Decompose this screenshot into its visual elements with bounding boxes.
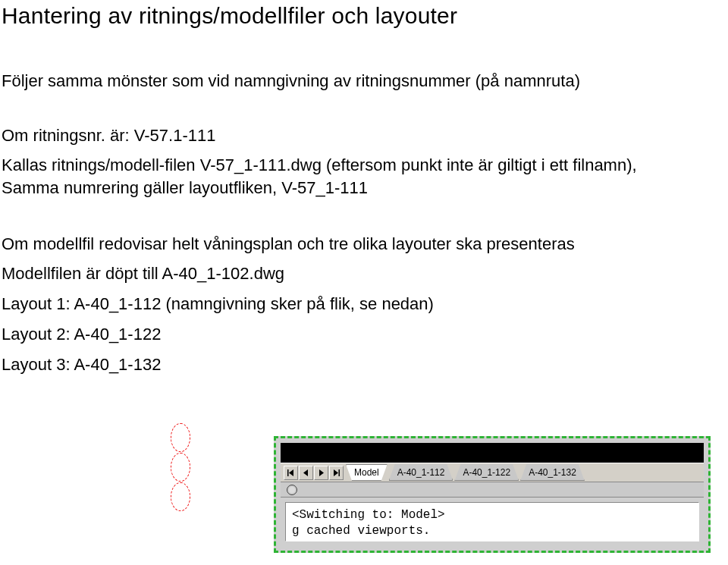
highlight-ellipse: [171, 423, 190, 452]
paragraph-layout1: Layout 1: A-40_1-112 (namngivning sker p…: [2, 293, 728, 315]
tab-nav-next[interactable]: [314, 466, 328, 480]
paragraph-kallas-a: Kallas ritnings/modell-filen V-57_1-111.…: [2, 154, 728, 177]
compass-icon: [287, 485, 297, 495]
highlight-ellipse: [171, 453, 190, 482]
svg-marker-4: [334, 469, 338, 476]
tab-layout-2[interactable]: A-40_1-122: [454, 464, 519, 481]
cad-screenshot: Model A-40_1-112 A-40_1-122 A-40_1-132 <…: [274, 436, 711, 553]
console-line: <Switching to: Model>: [292, 507, 692, 523]
highlight-ellipse: [171, 482, 190, 511]
svg-marker-0: [289, 469, 293, 476]
tab-nav-buttons: [284, 466, 344, 480]
tab-model[interactable]: Model: [346, 464, 388, 481]
tab-layout-1[interactable]: A-40_1-112: [389, 464, 453, 481]
tab-nav-prev[interactable]: [299, 466, 313, 480]
toolbar-strip: [281, 482, 704, 498]
paragraph-kallas-b: Samma numrering gäller layoutfliken, V-5…: [2, 177, 728, 199]
drawing-canvas-strip: [281, 443, 704, 463]
tab-nav-first[interactable]: [284, 466, 298, 480]
tab-label: A-40_1-122: [463, 467, 510, 478]
tab-label: A-40_1-112: [397, 467, 445, 478]
console-line: g cached viewports.: [292, 523, 692, 539]
tab-label: A-40_1-132: [529, 467, 576, 478]
paragraph-example-nr: Om ritningsnr. är: V-57.1-111: [2, 124, 728, 147]
tab-nav-last[interactable]: [329, 466, 344, 480]
paragraph-modellfil: Om modellfil redovisar helt våningsplan …: [2, 233, 728, 256]
paragraph-modellfilen: Modellfilen är döpt till A-40_1-102.dwg: [2, 262, 728, 285]
paragraph-layout2: Layout 2: A-40_1-122: [2, 323, 728, 346]
command-console[interactable]: <Switching to: Model> g cached viewports…: [285, 502, 699, 541]
svg-rect-5: [339, 469, 340, 476]
svg-marker-3: [319, 469, 324, 476]
paragraph-intro: Följer samma mönster som vid namngivning…: [2, 70, 728, 93]
page-title: Hantering av ritnings/modellfiler och la…: [0, 0, 728, 29]
svg-rect-1: [287, 469, 289, 476]
tab-layout-3[interactable]: A-40_1-132: [520, 464, 585, 481]
tab-strip: Model A-40_1-112 A-40_1-122 A-40_1-132: [281, 463, 704, 482]
paragraph-layout3: Layout 3: A-40_1-132: [2, 353, 728, 376]
svg-marker-2: [303, 469, 308, 476]
tab-label: Model: [354, 467, 379, 478]
